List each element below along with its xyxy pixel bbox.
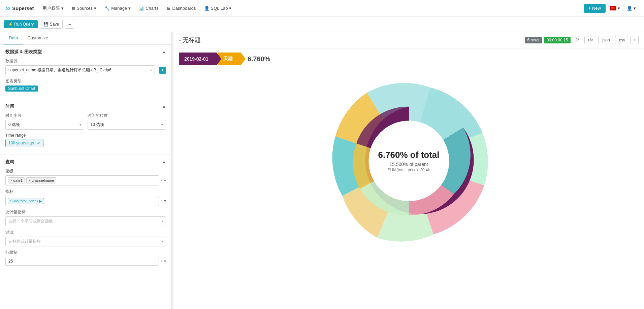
dropdown-icon: ▾	[229, 6, 231, 11]
remove-chip-icon[interactable]: ×	[29, 178, 31, 182]
filter-label: 过滤	[5, 230, 166, 235]
nav-manage[interactable]: 🔧 Manage ▾	[101, 4, 134, 13]
add-datasource-button[interactable]: +	[159, 67, 166, 74]
clear-row-limit-icon[interactable]: ×	[160, 259, 163, 264]
main-layout: Data Customize 数据源 & 图表类型 ▲ 数据源 superset…	[0, 32, 644, 309]
query-section-header[interactable]: 查询 ▲	[5, 159, 166, 165]
action-more-button[interactable]: ≡	[630, 36, 639, 44]
chevron-up-icon: ▲	[162, 104, 166, 109]
chart-type-value[interactable]: Sunburst Chart	[5, 85, 38, 92]
chevron-up-icon: ▲	[162, 49, 166, 54]
time-field-label: 时间字段	[5, 113, 84, 118]
hierarchy-dropdown-icon[interactable]: ▾	[164, 178, 166, 183]
granularity-value: 10 选项	[91, 122, 104, 128]
hierarchy-chips-container[interactable]: × date1 × channelname	[5, 175, 159, 185]
action-json-button[interactable]: .json	[598, 36, 613, 44]
toolbar: ⚡ Run Query 💾 Save ···	[0, 17, 644, 32]
breadcrumb: 2019-02-01 天猫 6.760%	[173, 48, 644, 68]
row-limit-field: 行限制 25 × ▾	[5, 250, 166, 266]
nav-label: Sources	[76, 6, 93, 11]
time-range-value[interactable]: 100 years ago : ∞	[5, 139, 43, 147]
chart-title: - 无标题	[179, 36, 201, 44]
chip-date1[interactable]: × date1	[8, 177, 25, 183]
chip-label: date1	[13, 178, 23, 182]
action-code-button[interactable]: </>	[584, 36, 596, 44]
flag-dropdown-icon: ▾	[618, 6, 620, 11]
dropdown-icon: ▾	[94, 6, 96, 11]
clear-metric-icon[interactable]: ×	[160, 199, 163, 203]
tab-customize[interactable]: Customize	[23, 32, 53, 44]
chip-metric[interactable]: SUM(total_price) ▶	[8, 198, 44, 204]
time-section: 时间 ▲ 时间字段 0 选项 ▾ 时间的粒度 10 选项 ▾	[0, 99, 171, 155]
hierarchy-field: 层级 × date1 × channelname × ▾	[5, 168, 166, 185]
action-percent-button[interactable]: %	[573, 36, 582, 44]
nav-sqllab[interactable]: 👤 SQL Lab ▾	[201, 4, 235, 13]
time-section-header[interactable]: 时间 ▲	[5, 103, 166, 109]
datasource-value: superset_demo.根据日期、渠道统计订单总额-dB_tCvdp6	[8, 67, 111, 73]
breadcrumb-item-date[interactable]: 2019-02-01	[179, 53, 217, 65]
chart-area: 6.760% of total 15.500% of parent SUM(to…	[173, 68, 644, 254]
action-csv-button[interactable]: .csv	[615, 36, 628, 44]
chart-type-field: 图表类型 Sunburst Chart	[5, 78, 166, 92]
clear-hierarchy-icon[interactable]: ×	[160, 178, 163, 183]
row-limit-dropdown-icon[interactable]: ▾	[164, 259, 166, 264]
navbar: ∞ Superset 用户权限 ▾ ▦ Sources ▾ 🔧 Manage ▾…	[0, 0, 644, 17]
language-selector[interactable]: 🇨🇳 ▾	[607, 6, 623, 11]
secondary-metric-placeholder: 选择一个字段或聚合函数	[8, 218, 53, 224]
filter-select[interactable]: 选择列或计量指标 ▾	[5, 237, 166, 246]
row-limit-value: 25	[8, 259, 13, 264]
tabs-bar: Data Customize	[0, 32, 171, 45]
query-section-title: 查询	[5, 159, 14, 165]
nav-sources[interactable]: ▦ Sources ▾	[68, 4, 100, 13]
nav-user-permissions[interactable]: 用户权限 ▾	[39, 3, 67, 13]
chart-type-label: 图表类型	[5, 78, 166, 84]
save-button[interactable]: 💾 Save	[40, 20, 63, 29]
filter-field: 过滤 选择列或计量指标 ▾	[5, 230, 166, 246]
user-menu[interactable]: 👤 ▾	[624, 6, 639, 11]
sql-icon: 👤	[204, 6, 210, 11]
time-field-select[interactable]: 0 选项 ▾	[5, 120, 84, 130]
filter-placeholder: 选择列或计量指标	[8, 239, 41, 244]
nav-label: 用户权限	[42, 5, 60, 11]
brand[interactable]: ∞ Superset	[5, 4, 34, 12]
hierarchy-label: 层级	[5, 168, 166, 174]
time-badge: 00:00:00.15	[544, 37, 571, 43]
tab-data[interactable]: Data	[4, 32, 23, 44]
datasource-select[interactable]: superset_demo.根据日期、渠道统计订单总额-dB_tCvdp6 ▾	[5, 65, 155, 75]
flag-icon: 🇨🇳	[610, 6, 616, 10]
select-arrow-icon: ▾	[161, 219, 163, 223]
extra-button[interactable]: ···	[65, 20, 74, 29]
metric-dropdown-icon[interactable]: ▾	[164, 199, 166, 203]
rows-badge: 6 rows	[525, 37, 542, 43]
sunburst-chart[interactable]: 6.760% of total 15.500% of parent SUM(to…	[321, 73, 496, 248]
remove-chip-icon[interactable]: ×	[10, 178, 12, 182]
time-range-label: Time range	[5, 133, 166, 138]
select-arrow-icon: ▾	[150, 68, 152, 72]
svg-point-0	[368, 121, 449, 201]
granularity-select[interactable]: 10 选项 ▾	[88, 120, 166, 130]
chart-header: - 无标题 6 rows 00:00:00.15 % </> .json .cs…	[173, 32, 644, 48]
breadcrumb-item-channel[interactable]: 天猫	[218, 53, 241, 65]
new-button[interactable]: + New	[584, 4, 606, 13]
select-arrow-icon: ▾	[161, 240, 163, 243]
metric-label: 指标	[5, 189, 166, 195]
dashboard-icon: 🖥	[166, 6, 171, 11]
nav-label: Manage	[111, 6, 127, 11]
nav-charts[interactable]: 📊 Charts	[135, 4, 162, 13]
row-limit-label: 行限制	[5, 250, 166, 255]
run-query-button[interactable]: ⚡ Run Query	[4, 20, 38, 28]
datasource-section-header[interactable]: 数据源 & 图表类型 ▲	[5, 49, 166, 55]
dropdown-icon: ▾	[128, 6, 131, 11]
sunburst-svg	[321, 73, 496, 248]
row-limit-select[interactable]: 25	[5, 257, 159, 266]
user-icon: 👤	[627, 6, 632, 11]
secondary-metric-select[interactable]: 选择一个字段或聚合函数 ▾	[5, 216, 166, 226]
chip-channelname[interactable]: × channelname	[26, 177, 57, 183]
user-dropdown-icon: ▾	[634, 6, 636, 11]
time-range-field: Time range 100 years ago : ∞	[5, 133, 166, 147]
datasource-section: 数据源 & 图表类型 ▲ 数据源 superset_demo.根据日期、渠道统计…	[0, 45, 171, 99]
nav-dashboards[interactable]: 🖥 Dashboards	[163, 4, 199, 13]
dropdown-icon: ▾	[61, 6, 64, 11]
metric-container[interactable]: SUM(total_price) ▶	[5, 196, 159, 206]
chip-label: channelname	[32, 178, 54, 182]
